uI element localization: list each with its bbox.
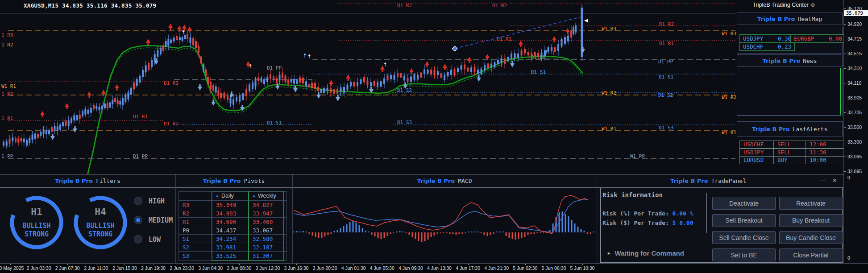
radio-icon[interactable] — [134, 235, 142, 244]
pivot-label: D1 R1 — [659, 41, 674, 46]
time-tick — [382, 264, 382, 265]
price-tick — [844, 112, 846, 113]
time-tick — [525, 264, 526, 265]
reactivate-button[interactable]: Reactivate — [779, 197, 843, 210]
heatmap-symbol: USDCHF — [743, 43, 763, 50]
alert-sym: USDJPY — [739, 149, 776, 157]
time-label: 3 Jun 16:30 — [284, 265, 309, 271]
radio-label: LOW — [149, 236, 161, 244]
gauge-state-line1: BULLISH — [8, 222, 65, 230]
risk-tradepanel-divider — [706, 193, 707, 233]
radio-icon[interactable] — [316, 191, 324, 199]
pivot-label: D1 R1 — [497, 36, 511, 42]
time-label: 2 Jun 23:30 — [170, 265, 194, 271]
dagger-mark: † — [249, 63, 252, 69]
filter-radio-medium[interactable]: MEDIUM — [134, 216, 173, 224]
indicator-scale: 0 0 — [843, 174, 868, 263]
up-arrow-signal-icon — [409, 68, 414, 74]
pivot-period-tab-daily[interactable]: ●Daily — [212, 191, 252, 201]
heatmap-panel-title: Triple B Pro HeatMap — [737, 12, 843, 25]
time-label: 2 Jun 07:30 — [55, 265, 80, 271]
heatmap-value: 0.36 — [778, 35, 791, 42]
radio-icon[interactable] — [295, 191, 302, 199]
pivot-label: W1 R1 — [602, 126, 616, 132]
time-label: 4 Jun 01:30 — [341, 265, 366, 271]
panel-divider — [597, 174, 597, 263]
down-arrow-signal-icon — [50, 134, 55, 140]
radio-label: 4H — [306, 192, 313, 199]
smiley-icon: ☺ — [810, 2, 816, 8]
price-label: 32.895 — [847, 169, 862, 174]
alerts-title: LastAlerts — [793, 126, 827, 132]
time-tick — [182, 264, 183, 265]
buy-breakout-button[interactable]: Buy Breakout — [779, 214, 843, 227]
pivot-daily-value: 34.893 — [212, 209, 252, 218]
radio-icon[interactable] — [134, 197, 142, 205]
alert-time: 10:00 — [806, 156, 844, 164]
macd-timeframe-d[interactable]: D — [316, 191, 331, 199]
news-row — [737, 106, 841, 116]
time-label: 2 Jun 03:30 — [27, 265, 51, 271]
alert-action: SELL — [773, 149, 808, 157]
pivot-label: D1 S2 — [397, 87, 412, 93]
dagger-mark: † — [308, 54, 311, 59]
minimize-icon[interactable]: — — [820, 177, 826, 184]
time-label: 3 Jun 08:30 — [227, 265, 251, 271]
news-row — [737, 96, 841, 106]
filter-radio-high[interactable]: HIGH — [134, 197, 165, 205]
time-label: 2 Jun 11:30 — [84, 265, 108, 271]
heatmap-cell: EURGBP-0.08 — [790, 34, 846, 43]
pivot-period-tab-weekly[interactable]: ●Weekly — [249, 191, 287, 201]
close-partial-button[interactable]: Close Partial — [779, 248, 843, 261]
down-arrow-signal-icon — [336, 95, 340, 101]
macd-panel-title: Triple B Pro MACD — [292, 174, 597, 187]
pivot-label: D1 S1 — [267, 120, 282, 126]
news-scroll-indicator — [840, 68, 841, 115]
set-to-be-button[interactable]: Set to BE — [712, 248, 776, 261]
time-tick — [10, 264, 11, 265]
macd-main-line — [294, 200, 588, 232]
price-tick — [844, 171, 846, 172]
macd-timeframe-4h[interactable]: 4H — [295, 191, 313, 199]
pivot-row-label: S1 — [179, 234, 216, 244]
alert-sym: USDCHF — [739, 141, 776, 149]
alert-action: SELL — [773, 141, 808, 149]
pivot-label: D1 PP — [133, 153, 148, 159]
deactivate-button[interactable]: Deactivate — [712, 197, 776, 210]
gauge-state-line1: BULLISH — [72, 222, 129, 230]
current-price-badge: 35.079 — [844, 10, 868, 16]
heatmap-value: 0.23 — [778, 43, 791, 50]
pivot-label: D1 R2 — [164, 121, 179, 127]
buy-candle-close-button[interactable]: Buy Candle Close — [779, 231, 843, 244]
alert-action: BUY — [773, 156, 808, 164]
up-arrow-signal-icon — [146, 39, 150, 45]
time-label: 3 Jun 04:30 — [198, 265, 223, 271]
filter-radio-low[interactable]: LOW — [134, 235, 161, 244]
time-tick — [96, 264, 96, 265]
pivot-daily-value: 33.525 — [212, 251, 252, 261]
pivot-label: 1 R2 — [1, 91, 13, 97]
up-arrow-signal-icon — [346, 74, 350, 81]
time-label: 5 Jun 02:30 — [513, 265, 537, 271]
macd-timeframe-w[interactable]: W — [337, 191, 352, 199]
pivot-weekly-value: 33.460 — [249, 217, 287, 227]
radio-icon[interactable] — [337, 191, 345, 199]
price-tick — [844, 83, 846, 83]
tradepanel-brand: Triple B Pro — [670, 178, 708, 184]
radio-icon[interactable] — [134, 216, 142, 224]
pivot-row-label: S2 — [179, 243, 216, 252]
pivot-label: D1 PP — [658, 59, 673, 65]
news-panel-title: Triple B Pro News — [737, 54, 843, 67]
close-icon[interactable]: ✕ — [832, 177, 837, 184]
news-row — [737, 68, 841, 78]
time-tick — [582, 264, 583, 265]
heatmap-value: -0.08 — [825, 35, 842, 42]
radio-label: MEDIUM — [149, 216, 173, 224]
price-label: 33.905 — [847, 95, 862, 100]
pivot-label: D1 S1 — [659, 74, 673, 80]
symbol-quote: XAGUSD,M15 34.835 35.116 34.835 35.079 — [24, 2, 156, 9]
gauge-state-line2: STRONG — [72, 230, 129, 238]
pivot-label: 1 R3 — [1, 32, 13, 38]
sell-candle-close-button[interactable]: Sell Candle Close — [712, 231, 776, 244]
sell-breakout-button[interactable]: Sell Breakout — [712, 214, 776, 227]
